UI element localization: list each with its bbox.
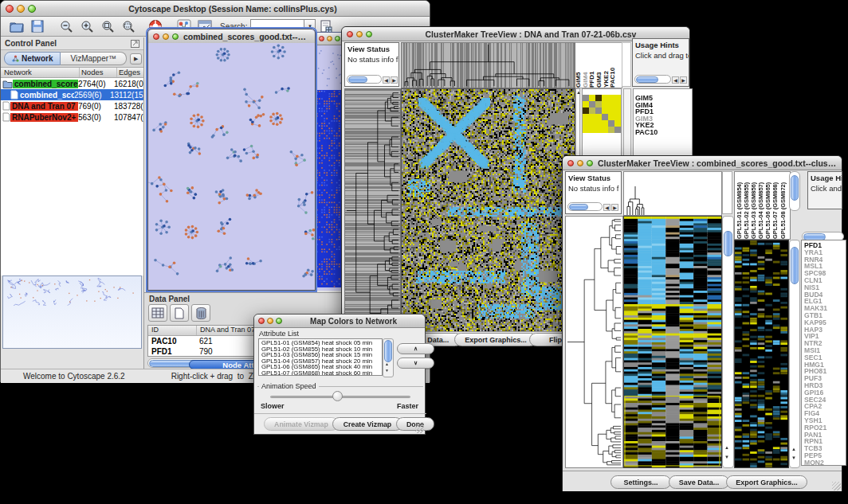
tv2-gene-labels: PFD1YRA1RNR4MSL1SPC98CLN1NIS1BUD4ELG1MAK… [801, 240, 846, 466]
tv2-column-dendrogram[interactable] [623, 171, 722, 216]
resize-grip[interactable] [832, 482, 841, 490]
export-graphics-button[interactable]: Export Graphics... [454, 333, 537, 346]
tab-vizmapper[interactable]: VizMapper™ [61, 52, 127, 65]
scroll-down-icon[interactable]: ▼ [385, 367, 389, 374]
tv2-collabel-vscrollbar[interactable] [789, 171, 800, 211]
zoom-in-icon[interactable] [77, 18, 96, 36]
network-row-dna-tran[interactable]: DNA and Tran 07 769(0) 183728(0) [1, 100, 143, 111]
scroll-up-icon[interactable]: ▲ [791, 446, 796, 453]
treeview-window-combined: ClusterMaker TreeView : combined_scores_… [562, 155, 842, 491]
treeview2-titlebar[interactable]: ClusterMaker TreeView : combined_scores_… [563, 156, 842, 170]
network-window-titlebar[interactable]: combined_scores_good.txt--cluste... [148, 29, 315, 44]
close-button[interactable] [153, 33, 159, 40]
tv1-row-dendrogram[interactable] [344, 88, 401, 333]
minimize-button[interactable] [327, 36, 332, 41]
tv2-zoom-vscrollbar[interactable]: ▲ ▼ [789, 240, 800, 468]
open-session-icon[interactable] [7, 18, 26, 36]
desktop: Cytoscape Desktop (Session Name: collins… [0, 0, 848, 504]
minimize-button[interactable] [356, 31, 363, 37]
zoom-button[interactable] [335, 36, 340, 41]
network-row-rnapuber[interactable]: RNAPuberNov2+ 563(0) 107847(0) [1, 111, 143, 123]
tv1-status-hscrollbar[interactable] [347, 75, 382, 84]
zoom-button[interactable] [366, 31, 372, 37]
tv2-zoom-heatmap[interactable] [734, 240, 789, 468]
scroll-right-icon[interactable]: ▶ [611, 204, 618, 211]
network-row-combined-scores[interactable]: combined_scores_ 2764(0) 16218(0) [1, 78, 143, 89]
zoom-fit-icon[interactable] [119, 18, 138, 36]
window-b-titlebar[interactable] [316, 33, 344, 45]
attribute-list-vscrollbar[interactable]: ▲ ▼ [383, 338, 394, 377]
animation-speed-label: Animation Speed [259, 382, 319, 390]
create-vizmap-button[interactable]: Create Vizmap [332, 417, 402, 431]
tv2-row-dendrogram[interactable] [565, 216, 623, 468]
tab-network[interactable]: Network [4, 52, 61, 65]
scroll-left-icon[interactable]: ◀ [603, 204, 610, 211]
move-up-button[interactable]: ∧ [397, 343, 434, 354]
scroll-left-icon[interactable]: ◀ [672, 76, 679, 84]
tv1-heatmap[interactable] [401, 88, 575, 333]
network-window-title: combined_scores_good.txt--cluste... [179, 32, 315, 41]
network-graph-canvas[interactable] [148, 43, 315, 290]
tv2-usage-hints: Usage Hi Click and [807, 171, 842, 209]
new-attribute-button[interactable] [170, 304, 189, 322]
scroll-up-icon[interactable]: ▲ [724, 444, 729, 451]
scroll-down-icon[interactable]: ▼ [724, 454, 729, 461]
dense-network-canvas[interactable] [316, 45, 344, 291]
animate-vizmap-button[interactable]: Animate Vizmap [264, 417, 339, 431]
close-button[interactable] [258, 318, 265, 324]
control-panel-title: Control Panel [1, 39, 131, 48]
tab-overflow-button[interactable]: ▶ [130, 53, 142, 64]
tv1-usage-hscrollbar[interactable] [634, 75, 671, 84]
treeview2-title: ClusterMaker TreeView : combined_scores_… [593, 158, 842, 168]
settings-button[interactable]: Settings... [610, 475, 671, 489]
move-down-button[interactable]: ∨ [397, 357, 434, 369]
zoom-selected-icon[interactable] [98, 18, 117, 36]
scroll-right-icon[interactable]: ▶ [391, 76, 398, 84]
attribute-grid-icon [151, 307, 164, 318]
tv2-status-hscrollbar[interactable] [567, 202, 603, 211]
select-attributes-button[interactable] [148, 304, 167, 322]
close-button[interactable] [567, 160, 574, 166]
close-button[interactable] [347, 31, 353, 37]
tv2-heatmap-vscrollbar[interactable]: ▲ ▼ [722, 216, 734, 468]
scroll-up-icon[interactable]: ▲ [576, 89, 579, 96]
birdseye-view[interactable] [2, 275, 142, 349]
treeview1-title: ClusterMaker TreeView : DNA and Tran 07-… [372, 29, 689, 39]
tv1-column-dendrogram[interactable] [401, 42, 575, 88]
delete-attribute-button[interactable] [191, 304, 210, 322]
export-graphics-button[interactable]: Export Graphics... [726, 475, 807, 489]
zoom-button[interactable] [276, 318, 282, 324]
scroll-left-icon[interactable]: ◀ [383, 76, 390, 84]
minimize-button[interactable] [577, 160, 583, 166]
resize-grip[interactable] [415, 424, 424, 433]
new-document-icon [175, 307, 184, 319]
save-session-icon[interactable] [28, 18, 47, 36]
close-button[interactable] [319, 36, 324, 41]
slower-label: Slower [261, 402, 285, 410]
main-titlebar[interactable]: Cytoscape Desktop (Session Name: collins… [1, 1, 430, 17]
network-row-combined-sco[interactable]: combined_sco 2569(6) 13112(15) [1, 89, 143, 100]
zoom-out-icon[interactable] [57, 18, 76, 36]
float-panel-icon[interactable] [131, 37, 139, 51]
scroll-down-icon[interactable]: ▼ [791, 455, 796, 462]
tv1-usage-hints: Usage Hints Click and drag to ◀ ▶ [632, 38, 689, 87]
control-panel: Control Panel Network VizMapper™ ▶ Netwo… [1, 37, 144, 369]
slider-thumb[interactable] [332, 391, 343, 401]
tv2-heatmap[interactable] [623, 216, 722, 468]
minimize-button[interactable] [267, 318, 273, 324]
save-data-button[interactable]: Save Data... [669, 475, 729, 489]
tv1-zoom-submatrix[interactable] [583, 95, 621, 133]
close-button[interactable] [6, 5, 14, 13]
network-view-window: combined_scores_good.txt--cluste... [147, 29, 316, 291]
network-table: combined_scores_ 2764(0) 16218(0) combin… [1, 78, 143, 275]
zoom-button[interactable] [172, 33, 179, 40]
scroll-right-icon[interactable]: ▶ [680, 76, 687, 84]
minimize-button[interactable] [163, 33, 169, 40]
zoom-button[interactable] [587, 160, 593, 166]
dialog-titlebar[interactable]: Map Colors to Network [254, 315, 425, 328]
network-table-header: Network Nodes Edges [1, 67, 143, 78]
network-view-window-b [315, 32, 344, 291]
file-icon [2, 101, 10, 111]
zoom-button[interactable] [28, 5, 36, 13]
minimize-button[interactable] [17, 5, 25, 13]
